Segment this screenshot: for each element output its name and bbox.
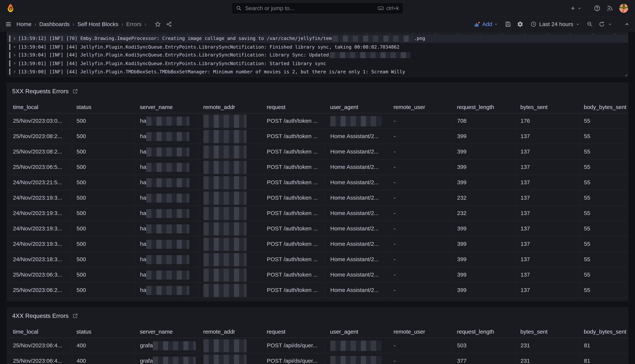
column-header[interactable]: remote_user — [389, 326, 452, 338]
dashboard-content: [13:59:12] [INF] [70] Emby.Drawing.Image… — [0, 32, 635, 364]
dashboard-settings-button[interactable] — [517, 21, 523, 28]
breadcrumb-item: Home — [16, 21, 39, 28]
cell-status: 500 — [72, 113, 135, 128]
search-icon — [236, 6, 242, 11]
cell-status: 500 — [72, 190, 135, 206]
breadcrumb-separator — [34, 21, 36, 27]
favorite-button[interactable] — [155, 21, 161, 27]
cell-time-local: 25/Nov/2023:06:3... — [8, 267, 72, 282]
log-message: [13:59:00] [INF] [44] Jellyfin.Plugin.TM… — [18, 69, 405, 74]
share-icon — [166, 21, 172, 27]
cell-request-length: 399 — [452, 175, 516, 190]
cell-bytes-sent: 137 — [516, 221, 579, 236]
column-header[interactable]: user_agent — [326, 102, 389, 113]
column-header[interactable]: request_length — [452, 326, 516, 338]
column-header[interactable]: user_agent — [326, 326, 389, 338]
column-header[interactable]: bytes_sent — [516, 326, 579, 338]
add-panel-button[interactable]: Add — [473, 21, 499, 28]
news-button[interactable] — [606, 5, 613, 12]
mega-menu-button[interactable] — [5, 21, 12, 28]
cell-server-name: ha — [135, 144, 199, 159]
cell-request: POST /auth/token ... — [262, 282, 326, 298]
log-row[interactable]: [13:59:12] [INF] [70] Emby.Drawing.Image… — [7, 34, 628, 43]
cell-body-bytes-sent: 55 — [579, 221, 628, 236]
column-header[interactable]: remote_addr — [199, 102, 262, 113]
column-header[interactable]: request — [262, 102, 326, 113]
save-icon — [505, 21, 511, 27]
panel-resize-handle[interactable] — [624, 72, 627, 76]
cell-bytes-sent: 231 — [516, 353, 579, 364]
cell-server-name: ha — [135, 160, 199, 175]
log-row[interactable]: [13:59:04] [INF] [44] Jellyfin.Plugin.Ko… — [7, 43, 628, 51]
expand-caret-icon[interactable] — [12, 62, 16, 65]
log-message: [13:59:12] [INF] [70] Emby.Drawing.Image… — [18, 36, 425, 42]
cell-body-bytes-sent: 55 — [579, 267, 628, 282]
cell-request-length: 503 — [452, 338, 516, 353]
log-row[interactable]: [13:59:00] [INF] [44] Jellyfin.Plugin.TM… — [7, 68, 628, 76]
external-link-icon[interactable] — [72, 313, 78, 318]
cell-request: POST /auth/token ... — [262, 113, 326, 128]
cell-remote-user: - — [389, 353, 452, 364]
collapse-toolbar-button[interactable] — [624, 22, 630, 27]
redacted-remote-addr — [204, 284, 246, 297]
cell-time-local: 24/Nov/2023:18:3... — [8, 252, 72, 267]
clipped-log-row — [7, 32, 628, 34]
column-header[interactable]: remote_addr — [199, 326, 262, 338]
column-header[interactable]: time_local — [8, 102, 72, 113]
breadcrumb-link[interactable]: Home — [16, 21, 32, 28]
panel-5xx-requests-errors: 5XX Requests Errors time_local status se… — [7, 82, 628, 301]
breadcrumb: Home Dashboards Self Host Blocks Errors — [16, 21, 149, 28]
redacted-user-agent — [330, 340, 381, 351]
new-menu-button[interactable] — [570, 5, 582, 11]
cell-remote-user: - — [389, 175, 452, 190]
zoom-out-button[interactable] — [587, 21, 593, 27]
share-button[interactable] — [166, 21, 172, 27]
cell-request: POST /auth/token ... — [262, 252, 326, 267]
table-row: 25/Nov/2023:03:0... 500 ha POST /auth/to… — [8, 113, 628, 129]
expand-caret-icon[interactable] — [12, 37, 16, 40]
breadcrumb-link[interactable]: Dashboards — [39, 21, 70, 28]
expand-caret-icon[interactable] — [12, 70, 16, 74]
user-avatar[interactable] — [619, 4, 628, 13]
column-header[interactable]: server_name — [135, 102, 199, 113]
column-header[interactable]: bytes_sent — [516, 102, 579, 113]
column-header[interactable]: body_bytes_sent — [579, 102, 628, 113]
table-row: 25/Nov/2023:06:5... 500 ha POST /auth/to… — [8, 160, 628, 175]
cell-remote-addr — [199, 282, 262, 298]
log-row[interactable]: [13:59:04] [INF] [44] Jellyfin.Plugin.Ko… — [7, 51, 628, 59]
column-header[interactable]: request_length — [452, 102, 516, 113]
column-header[interactable]: status — [72, 326, 135, 338]
cell-remote-addr — [199, 338, 262, 353]
cell-request-length: 399 — [452, 160, 516, 175]
refresh-button[interactable] — [599, 21, 612, 27]
redacted-server-name — [146, 178, 189, 187]
breadcrumb-item: Self Host Blocks — [77, 21, 126, 28]
column-header[interactable]: server_name — [135, 326, 199, 338]
search-input[interactable] — [245, 5, 374, 12]
expand-caret-icon[interactable] — [12, 45, 16, 49]
external-link-icon[interactable] — [72, 88, 78, 94]
cell-remote-addr — [199, 267, 262, 282]
cell-bytes-sent: 137 — [516, 236, 579, 252]
column-header[interactable]: remote_user — [389, 102, 452, 113]
cell-remote-user: - — [389, 129, 452, 144]
column-header[interactable]: status — [72, 102, 135, 113]
cell-request-length: 232 — [452, 206, 516, 221]
expand-caret-icon[interactable] — [12, 53, 16, 57]
cell-request: POST /auth/token ... — [262, 206, 326, 221]
cell-user-agent: Home Assistant/2... — [326, 236, 389, 252]
column-header[interactable]: request — [262, 326, 326, 338]
save-dashboard-button[interactable] — [505, 21, 511, 27]
column-header[interactable]: body_bytes_sent — [579, 326, 628, 338]
breadcrumb-link[interactable]: Errors — [126, 21, 142, 28]
help-button[interactable] — [594, 5, 600, 12]
cell-time-local: 25/Nov/2023:06:4... — [8, 353, 72, 364]
time-range-picker[interactable]: Last 24 hours — [529, 21, 581, 28]
column-header[interactable]: time_local — [8, 326, 72, 338]
breadcrumb-link[interactable]: Self Host Blocks — [77, 21, 118, 28]
grafana-logo[interactable] — [7, 3, 14, 14]
log-row[interactable]: [13:59:01] [INF] [44] Jellyfin.Plugin.Ko… — [7, 59, 628, 68]
table-row: 25/Nov/2023:06:4... 400 grafa POST /api/… — [8, 353, 628, 364]
cell-remote-user: - — [389, 190, 452, 206]
cell-user-agent: Home Assistant/2... — [326, 190, 389, 206]
